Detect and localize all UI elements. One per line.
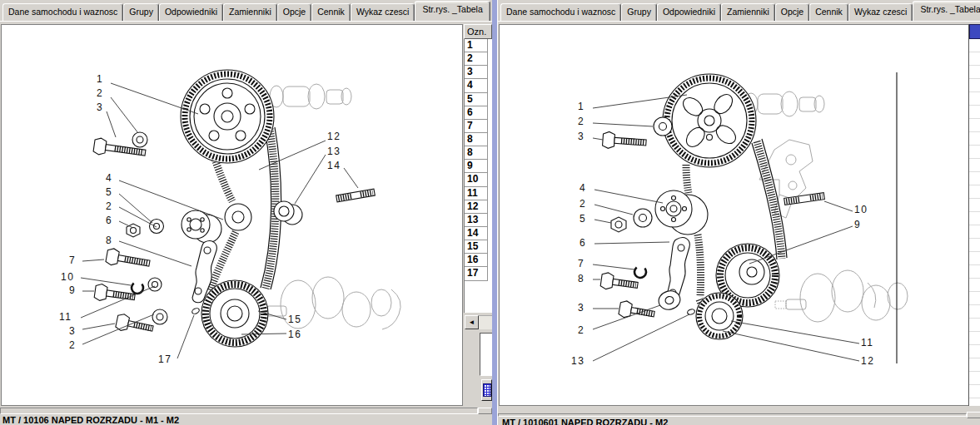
parts-table-clipped [968,24,980,406]
status-text: MT / 1010601 NAPED ROZRZADU - M2 [502,418,668,425]
parts-table-header-clipped [969,24,980,39]
part-number-label: 17 [158,353,172,365]
scrollbar-track[interactable] [479,315,492,329]
part-number-label: 4 [580,182,586,194]
tab-opcje[interactable]: Opcje [277,3,311,21]
part-labels: 12342567832131091112 [500,25,968,405]
part-number-label: 2 [106,200,112,212]
empty-listbox[interactable] [480,333,492,376]
tab-zamienniki[interactable]: Zamienniki [721,3,775,21]
catalog-window-left: Dane samochodu i waznoscGrupyOdpowiednik… [0,0,492,425]
diagram-canvas: 12342567832131091112 [499,24,969,406]
tab-grupy[interactable]: Grupy [123,3,159,21]
part-number-label: 13 [327,146,341,157]
part-number-label: 4 [106,172,112,184]
parts-table-row[interactable]: 6 [465,106,488,120]
part-number-label: 3 [578,131,585,142]
part-number-label: 9 [69,284,76,296]
part-number-label: 6 [580,237,586,249]
tab-cennik[interactable]: Cennik [311,3,351,21]
parts-table-row[interactable]: 5 [465,93,488,106]
part-number-label: 11 [59,311,72,323]
part-number-label: 11 [861,337,873,348]
status-resize-grip[interactable] [967,412,980,418]
parts-table-row[interactable]: 14 [465,227,488,240]
part-number-label: 13 [571,355,585,367]
part-number-label: 2 [97,87,103,99]
part-number-label: 9 [854,219,861,230]
tab-odpowiedniki[interactable]: Odpowiedniki [657,3,721,21]
tab-grupy[interactable]: Grupy [621,3,657,21]
part-number-label: 3 [578,302,585,314]
part-number-label: 2 [578,324,585,336]
status-divider [498,413,967,417]
parts-table-row[interactable]: 17 [465,267,488,280]
content-panel: 1234526871091132171213141516 Ozn. 123456… [0,21,492,425]
parts-table-header: Ozn. [464,24,492,39]
tab-opcje[interactable]: Opcje [775,3,809,21]
part-labels: 1234526871091132171213141516 [2,25,462,405]
catalog-window-right: Dane samochodu i waznoscGrupyOdpowiednik… [497,0,980,425]
tab-wykaz-czesci[interactable]: Wykaz czesci [351,3,415,21]
part-number-label: 10 [61,271,74,283]
tab-bar: Dane samochodu i waznoscGrupyOdpowiednik… [498,0,980,21]
parts-table-row[interactable]: 1 [465,39,488,52]
part-number-label: 6 [106,215,112,226]
part-number-label: 7 [69,255,76,266]
status-bar: MT / 1010601 NAPED ROZRZADU - M2 [498,406,980,425]
diagram-canvas: 1234526871091132171213141516 [1,24,463,406]
tab-cennik[interactable]: Cennik [809,3,848,21]
part-number-label: 5 [106,186,112,198]
parts-table-row[interactable]: 3 [465,66,488,79]
status-text: MT / 10106 NAPED ROZRZADU - M1 - M2 [2,415,179,425]
tab-odpowiedniki[interactable]: Odpowiedniki [159,3,223,21]
part-number-label: 2 [578,116,585,127]
parts-table-row[interactable]: 2 [465,52,488,66]
part-number-label: 1 [97,73,103,85]
parts-table-row[interactable]: 10 [465,173,488,186]
tab-wykaz-czesci[interactable]: Wykaz czesci [848,3,913,21]
part-number-label: 16 [288,329,301,340]
parts-table-row[interactable]: 12 [465,200,488,214]
parts-table-row[interactable]: 7 [465,120,488,133]
parts-table-row[interactable]: 9 [465,160,488,173]
part-number-label: 8 [106,235,112,246]
part-number-label: 8 [578,273,585,284]
status-resize-grip[interactable] [478,408,492,414]
tab-bar: Dane samochodu i waznoscGrupyOdpowiednik… [0,0,492,21]
parts-table-row[interactable]: 8 [465,146,488,160]
part-number-label: 5 [580,213,586,225]
parts-table-row[interactable]: 13 [465,214,488,227]
table-view-button[interactable] [481,379,492,401]
part-number-label: 2 [580,198,586,210]
content-panel: 12342567832131091112 [498,21,980,425]
part-number-label: 12 [327,131,341,142]
parts-table-row[interactable]: 16 [465,254,488,267]
part-number-label: 2 [69,339,76,351]
part-number-label: 3 [97,101,103,113]
tab-str-rys-tabela[interactable]: Str.rys. _Tabela [415,1,490,21]
tab-zamienniki[interactable]: Zamienniki [223,3,277,21]
table-grid-icon [483,383,491,397]
part-number-label: 3 [69,325,76,337]
parts-table-body: 12345678891011121314151617 [464,39,492,313]
part-number-label: 7 [578,258,585,269]
parts-table-row[interactable]: 8 [465,133,488,146]
status-divider [0,408,478,414]
tab-dane-samochodu-i-waznosc[interactable]: Dane samochodu i waznosc [2,3,123,21]
scroll-left-arrow-icon[interactable]: ◄ [465,315,479,329]
part-number-label: 10 [854,204,868,215]
parts-table: Ozn. 12345678891011121314151617 ◄ [464,24,492,406]
parts-table-row[interactable]: 4 [465,79,488,92]
part-number-label: 14 [327,160,341,171]
part-number-label: 15 [288,314,301,325]
part-number-label: 1 [578,101,585,112]
parts-table-row[interactable]: 11 [465,187,488,200]
tab-dane-samochodu-i-waznosc[interactable]: Dane samochodu i waznosc [500,3,621,21]
tab-str-rys-tabela[interactable]: Str.rys. _Tabela [913,1,980,21]
part-number-label: 12 [861,355,874,367]
horizontal-scrollbar[interactable]: ◄ [465,315,492,329]
parts-table-row[interactable]: 15 [465,240,488,254]
status-bar: MT / 10106 NAPED ROZRZADU - M1 - M2 [0,406,492,425]
